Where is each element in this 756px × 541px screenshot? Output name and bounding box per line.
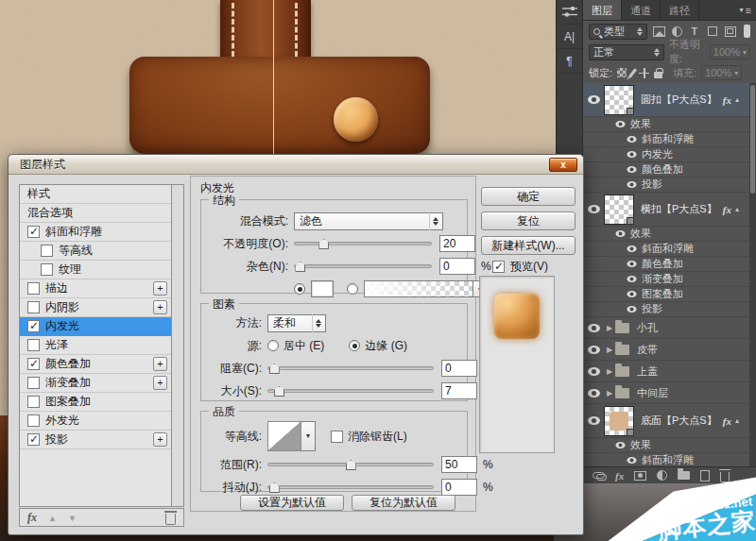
checkbox[interactable] <box>41 263 53 276</box>
add-instance-button[interactable]: + <box>153 357 167 371</box>
reset-button[interactable]: 复位 <box>481 211 576 230</box>
visibility-toggle[interactable] <box>583 416 604 425</box>
visibility-toggle[interactable] <box>621 135 642 144</box>
tab-layers[interactable]: 图层 <box>583 0 622 20</box>
layer-row-horizontal-button[interactable]: 横扣【P大点S】 fx <box>583 193 756 227</box>
move-effect-down-icon[interactable] <box>68 511 77 524</box>
effects-header-row[interactable]: 效果 <box>583 438 756 453</box>
fill-value-dropdown[interactable]: 100% ▾ <box>701 65 742 80</box>
lock-pixels-icon[interactable] <box>628 68 637 78</box>
range-slider[interactable] <box>267 459 434 470</box>
visibility-toggle[interactable] <box>621 180 642 189</box>
filter-pixel-layers-icon[interactable] <box>652 24 665 39</box>
checkbox[interactable] <box>27 282 40 295</box>
visibility-toggle[interactable] <box>610 441 630 449</box>
size-value[interactable]: 7 <box>441 382 477 399</box>
lock-all-icon[interactable] <box>654 72 662 78</box>
expand-triangle-icon[interactable] <box>604 346 615 354</box>
choke-value[interactable]: 0 <box>441 360 477 377</box>
group-row-holes[interactable]: 小孔 <box>583 317 756 339</box>
group-name[interactable]: 皮带 <box>637 343 658 357</box>
effects-header-row[interactable]: 效果 <box>583 227 756 242</box>
ok-button[interactable]: 确定 <box>481 187 576 206</box>
checkbox[interactable] <box>27 226 40 238</box>
styles-item-outer-glow[interactable]: 外发光 <box>20 412 171 431</box>
layer-mask-icon[interactable] <box>634 471 646 481</box>
collapse-effects-icon[interactable] <box>735 95 747 104</box>
checkbox[interactable] <box>27 301 40 313</box>
visibility-toggle[interactable] <box>583 389 604 397</box>
layer-name[interactable]: 横扣【P大点S】 <box>641 202 717 216</box>
visibility-toggle[interactable] <box>583 346 604 354</box>
scrollbar-thumb[interactable] <box>750 85 755 194</box>
lock-position-icon[interactable] <box>639 68 649 78</box>
visibility-toggle[interactable] <box>621 165 642 174</box>
visibility-toggle[interactable] <box>621 305 642 313</box>
layer-thumbnail[interactable] <box>604 85 634 115</box>
filter-type-dropdown[interactable]: 类型 <box>589 24 647 40</box>
checkbox[interactable] <box>27 433 40 446</box>
set-default-button[interactable]: 设置为默认值 <box>240 495 344 511</box>
expand-triangle-icon[interactable] <box>604 389 615 397</box>
filter-adjustment-layers-icon[interactable] <box>670 24 683 39</box>
styles-item-bevel-emboss[interactable]: 斜面和浮雕 <box>20 223 171 242</box>
group-name[interactable]: 中间层 <box>637 386 668 400</box>
add-instance-button[interactable]: + <box>153 300 167 314</box>
antialias-checkbox[interactable] <box>331 431 343 443</box>
expand-triangle-icon[interactable] <box>604 367 615 376</box>
effect-row[interactable]: 投影 <box>583 178 756 193</box>
contour-dropdown-icon[interactable] <box>301 421 316 451</box>
noise-slider[interactable] <box>294 261 432 272</box>
range-value[interactable]: 50 <box>441 456 477 473</box>
styles-item-stroke[interactable]: 描边+ <box>20 279 171 298</box>
styles-item-styles[interactable]: 样式 <box>20 185 171 204</box>
dock-sliders-icon[interactable] <box>557 0 582 25</box>
layers-scrollbar[interactable] <box>749 83 756 466</box>
layer-row-round-button[interactable]: 圆扣【P大点S】 fx <box>583 83 756 117</box>
blend-mode-dropdown[interactable]: 正常 <box>589 44 664 60</box>
layer-name[interactable]: 圆扣【P大点S】 <box>641 93 717 107</box>
styles-item-gradient-overlay[interactable]: 渐变叠加+ <box>20 374 171 393</box>
tab-paths[interactable]: 路径 <box>661 0 699 20</box>
filter-smart-object-icon[interactable] <box>724 24 737 39</box>
effects-header-row[interactable]: 效果 <box>583 117 756 132</box>
visibility-toggle[interactable] <box>583 205 604 213</box>
styles-item-pattern-overlay[interactable]: 图案叠加 <box>20 393 171 412</box>
gradient-swatch[interactable] <box>364 280 473 297</box>
filter-type-layers-icon[interactable]: T <box>688 24 701 39</box>
group-row-middle-layer[interactable]: 中间层 <box>583 382 756 404</box>
preview-checkbox[interactable] <box>492 261 505 273</box>
visibility-toggle[interactable] <box>621 290 642 298</box>
panel-menu-icon[interactable]: ▾≡ <box>734 0 756 20</box>
dock-paragraph-panel-icon[interactable]: ¶ <box>557 49 582 74</box>
close-button[interactable]: x <box>549 158 577 172</box>
opacity-value[interactable]: 20 <box>439 235 475 252</box>
new-layer-icon[interactable] <box>700 470 710 482</box>
checkbox[interactable] <box>27 414 40 427</box>
visibility-toggle[interactable] <box>621 456 642 465</box>
visibility-toggle[interactable] <box>621 245 642 253</box>
checkbox[interactable] <box>27 377 40 389</box>
visibility-toggle[interactable] <box>583 367 604 376</box>
collapse-effects-icon[interactable] <box>735 205 747 213</box>
filter-toggle-icon[interactable] <box>744 25 750 38</box>
group-name[interactable]: 小孔 <box>637 321 658 335</box>
styles-item-inner-glow[interactable]: 内发光 <box>20 317 171 336</box>
delete-effect-icon[interactable] <box>165 514 176 525</box>
layer-style-icon[interactable]: fx <box>615 470 624 482</box>
styles-scrollbar[interactable] <box>172 184 184 507</box>
gradient-radio[interactable] <box>347 283 358 295</box>
opacity-value-dropdown[interactable]: 100% ▾ <box>710 44 750 59</box>
effect-row[interactable]: 颜色叠加 <box>583 257 756 272</box>
styles-item-inner-shadow[interactable]: 内阴影+ <box>20 298 171 317</box>
visibility-toggle[interactable] <box>583 95 604 104</box>
visibility-toggle[interactable] <box>610 120 630 128</box>
opacity-slider[interactable] <box>294 238 432 249</box>
checkbox[interactable] <box>27 396 40 408</box>
reset-default-button[interactable]: 复位为默认值 <box>352 495 455 511</box>
collapse-effects-icon[interactable] <box>735 416 747 425</box>
styles-item-color-overlay[interactable]: 颜色叠加+ <box>20 355 171 374</box>
styles-item-blending-options[interactable]: 混合选项 <box>20 204 171 223</box>
filter-shape-layers-icon[interactable] <box>706 24 719 39</box>
group-row-top-cover[interactable]: 上盖 <box>583 361 756 382</box>
